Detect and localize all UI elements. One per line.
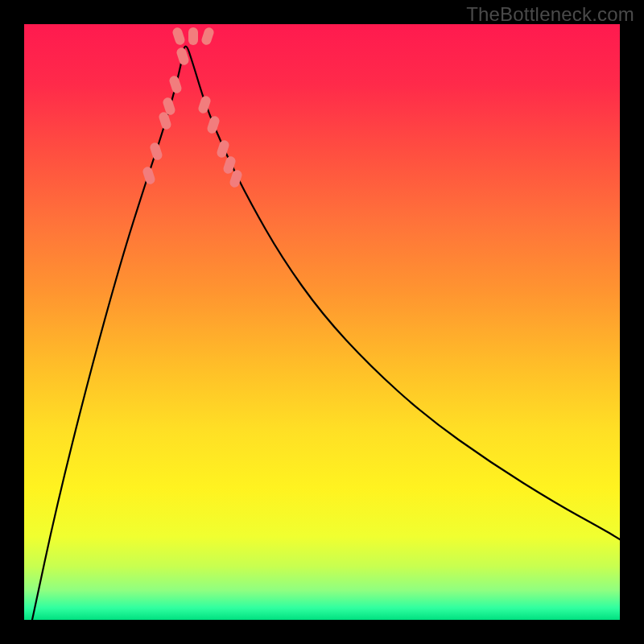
watermark-text: TheBottleneck.com <box>466 3 634 26</box>
chart-frame <box>24 24 620 620</box>
gradient-background <box>24 24 620 620</box>
